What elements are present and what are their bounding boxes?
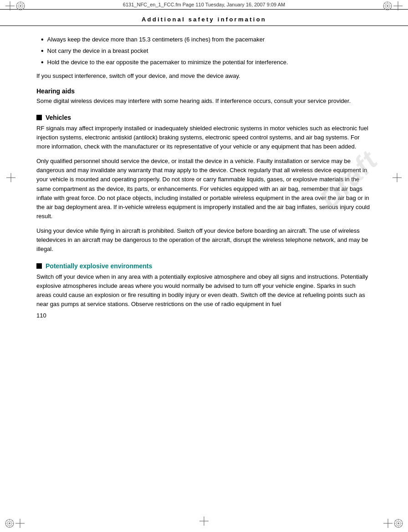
svg-line-57 [396, 526, 397, 527]
svg-line-20 [385, 3, 386, 4]
svg-point-15 [387, 5, 388, 7]
bottom-center-crosshair-icon [199, 517, 209, 526]
corner-bl-crosshair-icon [15, 519, 25, 528]
svg-point-32 [9, 522, 10, 524]
mid-right-crosshair-icon [393, 173, 402, 182]
interference-paragraph: If you suspect interference, switch off … [36, 72, 372, 81]
vehicles-para2: Only qualified personnel should service … [36, 157, 372, 221]
svg-line-10 [23, 8, 24, 9]
list-item: Not carry the device in a breast pocket [36, 46, 372, 56]
content-area: Draft Always keep the device more than 1… [0, 26, 408, 332]
list-item: Always keep the device more than 15.3 ce… [36, 35, 372, 45]
svg-line-22 [390, 3, 391, 4]
vehicles-heading-text: Vehicles [46, 114, 71, 121]
corner-tl-crosshair-icon [5, 1, 15, 10]
svg-line-54 [396, 521, 397, 522]
svg-line-9 [18, 3, 19, 4]
page-title: Additional safety information [0, 10, 408, 26]
content-wrapper: Always keep the device more than 15.3 ce… [36, 35, 372, 309]
page-number: 110 [36, 312, 46, 319]
vehicles-para3: Using your device while flying in aircra… [36, 226, 372, 254]
corner-bl-gear-icon [5, 518, 15, 528]
hearing-aids-paragraph: Some digital wireless devices may interf… [36, 97, 372, 106]
svg-line-40 [7, 526, 8, 527]
hearing-aids-heading: Hearing aids [36, 87, 372, 95]
top-header: 6131_NFC_en_1_FCC.fm Page 110 Tuesday, J… [0, 0, 408, 10]
vehicles-section-heading: Vehicles [36, 114, 372, 121]
corner-tl-gear-icon [15, 1, 26, 11]
explosive-paragraph: Switch off your device when in any area … [36, 272, 372, 309]
svg-line-11 [23, 3, 24, 4]
svg-line-39 [12, 521, 13, 522]
svg-point-4 [20, 5, 21, 7]
svg-line-38 [12, 526, 13, 527]
vehicles-para1: RF signals may affect improperly install… [36, 124, 372, 151]
corner-br-gear-icon [393, 518, 403, 528]
vehicles-bullet-icon [36, 115, 42, 120]
svg-line-56 [401, 521, 402, 522]
svg-line-37 [7, 521, 8, 522]
explosive-section-heading: Potentially explosive environments [36, 262, 372, 270]
svg-point-49 [398, 522, 399, 524]
header-file-info: 6131_NFC_en_1_FCC.fm Page 110 Tuesday, J… [123, 2, 285, 7]
corner-tr-gear-icon [382, 1, 393, 11]
corner-br-crosshair-icon [383, 519, 393, 528]
explosive-bullet-icon [36, 263, 42, 269]
corner-tr-crosshair-icon [393, 1, 403, 10]
svg-line-23 [385, 8, 386, 9]
page-container: 6131_NFC_en_1_FCC.fm Page 110 Tuesday, J… [0, 0, 408, 532]
explosive-heading-text: Potentially explosive environments [46, 262, 152, 270]
mid-left-crosshair-icon [6, 173, 15, 182]
svg-line-21 [390, 8, 391, 9]
svg-line-55 [401, 526, 402, 527]
svg-line-12 [18, 8, 19, 9]
bullet-list: Always keep the device more than 15.3 ce… [36, 35, 372, 67]
list-item: Hold the device to the ear opposite the … [36, 58, 372, 67]
